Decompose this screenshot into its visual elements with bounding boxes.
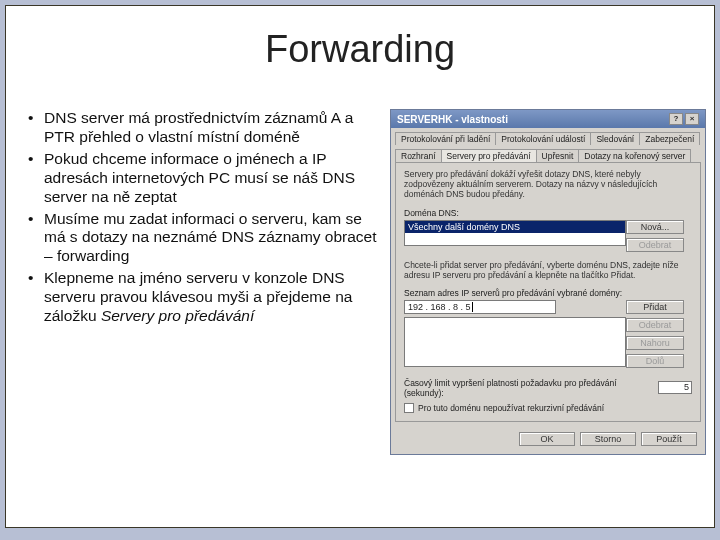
domain-label: Doména DNS: — [404, 208, 692, 218]
apply-button[interactable]: Použít — [641, 432, 697, 446]
new-domain-button[interactable]: Nová... — [626, 220, 684, 234]
dialog-titlebar: SERVERHK - vlastnosti ? × — [391, 110, 705, 128]
timeout-input[interactable]: 5 — [658, 381, 692, 394]
tab-event-logging[interactable]: Protokolování událostí — [495, 132, 591, 145]
tab-panel: Servery pro předávání dokáží vyřešit dot… — [395, 162, 701, 422]
ip-address-input[interactable]: 192 . 168 . 8 . 5 — [404, 300, 556, 314]
forwarder-ip-listbox[interactable] — [404, 317, 626, 367]
forwarder-instruction: Chcete-li přidat server pro předávání, v… — [404, 260, 692, 280]
dialog-button-row: OK Storno Použít — [391, 426, 705, 454]
ok-button[interactable]: OK — [519, 432, 575, 446]
cancel-button[interactable]: Storno — [580, 432, 636, 446]
move-up-button[interactable]: Nahoru — [626, 336, 684, 350]
domain-listbox[interactable]: Všechny další domény DNS — [404, 220, 626, 246]
no-recursion-checkbox[interactable] — [404, 403, 414, 413]
forwarders-description: Servery pro předávání dokáží vyřešit dot… — [404, 169, 692, 200]
slide-title: Forwarding — [6, 28, 714, 71]
tab-row-1: Protokolování při ladění Protokolování u… — [391, 128, 705, 145]
tab-debug-logging[interactable]: Protokolování při ladění — [395, 132, 496, 145]
tab-row-2: Rozhraní Servery pro předávání Upřesnit … — [391, 145, 705, 162]
ip-list-label: Seznam adres IP serverů pro předávání vy… — [404, 288, 692, 298]
timeout-label: Časový limit vypršení platnosti požadavk… — [404, 378, 652, 398]
bullet-item: DNS server má prostřednictvím záznamů A … — [24, 109, 384, 147]
remove-ip-button[interactable]: Odebrat — [626, 318, 684, 332]
bullet-list: DNS server má prostřednictvím záznamů A … — [24, 109, 384, 455]
remove-domain-button[interactable]: Odebrat — [626, 238, 684, 252]
bullet-item: Pokud chceme informace o jménech a IP ad… — [24, 150, 384, 207]
tab-root-hints[interactable]: Dotazy na kořenový server — [578, 149, 691, 162]
tab-monitoring[interactable]: Sledování — [590, 132, 640, 145]
slide: Forwarding DNS server má prostřednictvím… — [5, 5, 715, 528]
add-ip-button[interactable]: Přidat — [626, 300, 684, 314]
properties-dialog: SERVERHK - vlastnosti ? × Protokolování … — [390, 109, 706, 455]
close-icon[interactable]: × — [685, 113, 699, 125]
tab-interfaces[interactable]: Rozhraní — [395, 149, 442, 162]
bullet-item: Klepneme na jméno serveru v konzole DNS … — [24, 269, 384, 326]
no-recursion-label: Pro tuto doménu nepoužívat rekurzivní př… — [418, 403, 604, 413]
dialog-title-text: SERVERHK - vlastnosti — [397, 114, 508, 125]
move-down-button[interactable]: Dolů — [626, 354, 684, 368]
bullet-item: Musíme mu zadat informaci o serveru, kam… — [24, 210, 384, 267]
domain-list-item[interactable]: Všechny další domény DNS — [405, 221, 625, 233]
tab-forwarders[interactable]: Servery pro předávání — [441, 149, 537, 162]
dialog-screenshot: SERVERHK - vlastnosti ? × Protokolování … — [384, 109, 706, 455]
tab-advanced[interactable]: Upřesnit — [536, 149, 580, 162]
tab-security[interactable]: Zabezpečení — [639, 132, 700, 145]
content-row: DNS server má prostřednictvím záznamů A … — [6, 109, 714, 455]
help-icon[interactable]: ? — [669, 113, 683, 125]
